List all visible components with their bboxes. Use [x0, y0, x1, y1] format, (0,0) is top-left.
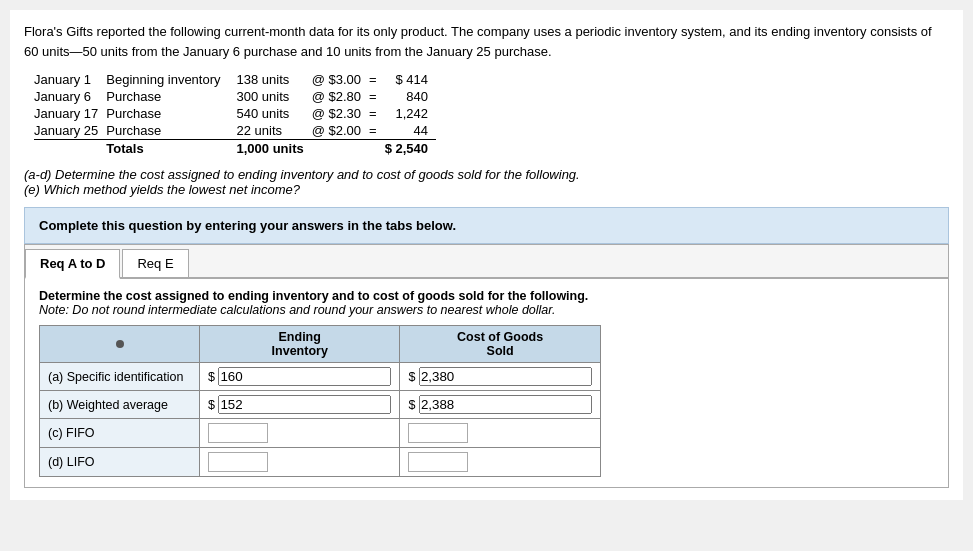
row-description: Beginning inventory [106, 71, 228, 88]
cogs-input[interactable] [419, 395, 592, 414]
row-value: 1,242 [385, 105, 436, 122]
row-label: (c) FIFO [40, 419, 200, 448]
answer-row: (b) Weighted average $ $ [40, 391, 601, 419]
row-date: January 6 [34, 88, 106, 105]
tab-line2: Note: Do not round intermediate calculat… [39, 303, 934, 317]
ending-inventory-input[interactable] [208, 423, 268, 443]
row-units: 138 units [237, 71, 312, 88]
intro-paragraph: Flora's Gifts reported the following cur… [24, 24, 932, 59]
tab-req-a-d[interactable]: Req A to D [25, 249, 120, 279]
answer-row: (d) LIFO [40, 448, 601, 477]
instruction-line1: (a-d) Determine the cost assigned to end… [24, 167, 949, 182]
answer-table: EndingInventory Cost of GoodsSold (a) Sp… [39, 325, 601, 477]
row-description: Purchase [106, 105, 228, 122]
totals-row: Totals 1,000 units $ 2,540 [34, 140, 436, 158]
cogs-input[interactable] [408, 452, 468, 472]
inventory-row: January 17 Purchase 540 units @ $2.30 = … [34, 105, 436, 122]
instruction-line2: (e) Which method yields the lowest net i… [24, 182, 949, 197]
cogs-cell: $ [400, 363, 600, 391]
cogs-cell-empty[interactable] [400, 448, 600, 477]
row-price: @ $2.80 [312, 88, 369, 105]
inventory-row: January 25 Purchase 22 units @ $2.00 = 4… [34, 122, 436, 140]
cogs-cell-empty[interactable] [400, 419, 600, 448]
complete-box-text: Complete this question by entering your … [39, 218, 456, 233]
tab-description: Determine the cost assigned to ending in… [39, 289, 934, 317]
row-equals: = [369, 105, 385, 122]
cogs-input[interactable] [419, 367, 592, 386]
answer-row: (c) FIFO [40, 419, 601, 448]
inventory-row: January 6 Purchase 300 units @ $2.80 = 8… [34, 88, 436, 105]
ending-inventory-cell: $ [200, 391, 400, 419]
tab-req-e[interactable]: Req E [122, 249, 188, 277]
row-price: @ $2.30 [312, 105, 369, 122]
row-label: (d) LIFO [40, 448, 200, 477]
instruction-text: (a-d) Determine the cost assigned to end… [24, 167, 949, 197]
inventory-data-table: January 1 Beginning inventory 138 units … [34, 71, 436, 157]
answer-row: (a) Specific identification $ $ [40, 363, 601, 391]
tab-content-req-a-d: Determine the cost assigned to ending in… [25, 279, 948, 487]
totals-label: Totals [106, 140, 228, 158]
inventory-row: January 1 Beginning inventory 138 units … [34, 71, 436, 88]
row-value: $ 414 [385, 71, 436, 88]
ending-inventory-input[interactable] [208, 452, 268, 472]
ending-inventory-input[interactable] [218, 367, 391, 386]
row-equals: = [369, 122, 385, 140]
row-description: Purchase [106, 88, 228, 105]
totals-value: $ 2,540 [385, 140, 436, 158]
row-date: January 17 [34, 105, 106, 122]
row-label: (b) Weighted average [40, 391, 200, 419]
tab-line1: Determine the cost assigned to ending in… [39, 289, 934, 303]
ending-inventory-cell-empty[interactable] [200, 419, 400, 448]
col-header-ending-inventory: EndingInventory [200, 326, 400, 363]
ending-inventory-cell: $ [200, 363, 400, 391]
row-date: January 1 [34, 71, 106, 88]
complete-box: Complete this question by entering your … [24, 207, 949, 244]
row-value: 44 [385, 122, 436, 140]
answer-table-header-row: EndingInventory Cost of GoodsSold [40, 326, 601, 363]
totals-units: 1,000 units [237, 140, 312, 158]
ending-inventory-input[interactable] [218, 395, 391, 414]
row-units: 22 units [237, 122, 312, 140]
row-units: 540 units [237, 105, 312, 122]
row-description: Purchase [106, 122, 228, 140]
tab-bar: Req A to D Req E [25, 245, 948, 279]
row-price: @ $3.00 [312, 71, 369, 88]
cogs-cell: $ [400, 391, 600, 419]
row-price: @ $2.00 [312, 122, 369, 140]
tabs-container: Req A to D Req E Determine the cost assi… [24, 244, 949, 488]
main-container: Flora's Gifts reported the following cur… [10, 10, 963, 500]
row-units: 300 units [237, 88, 312, 105]
row-label: (a) Specific identification [40, 363, 200, 391]
intro-text: Flora's Gifts reported the following cur… [24, 22, 949, 61]
row-equals: = [369, 71, 385, 88]
ending-inventory-cell-empty[interactable] [200, 448, 400, 477]
row-date: January 25 [34, 122, 106, 140]
row-equals: = [369, 88, 385, 105]
row-value: 840 [385, 88, 436, 105]
cogs-input[interactable] [408, 423, 468, 443]
col-header-cost-of-goods-sold: Cost of GoodsSold [400, 326, 600, 363]
inventory-table: January 1 Beginning inventory 138 units … [34, 71, 949, 157]
col-header-blank [40, 326, 200, 363]
